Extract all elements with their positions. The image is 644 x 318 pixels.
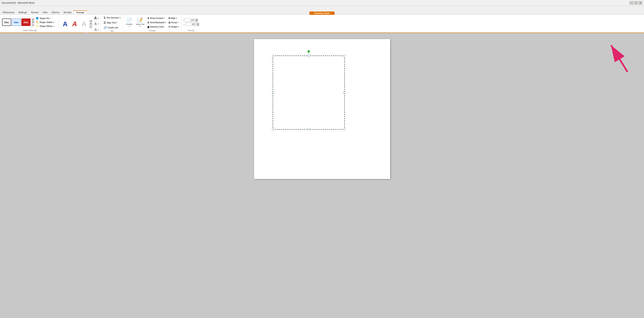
position-dropdown: ▾: [129, 25, 130, 27]
shape-style-1[interactable]: Abc: [2, 18, 11, 26]
size-label: Size ↘: [188, 29, 194, 32]
selection-pane-icon: ▣: [147, 25, 150, 28]
pink-arrow-svg: [594, 39, 632, 80]
link-icon: 🔗: [104, 26, 107, 29]
wordart-a-red[interactable]: A: [70, 19, 79, 29]
text-buttons: ⇅ Text Direction ▾ ☰ Align Text ▾ 🔗 Crea…: [102, 16, 122, 30]
width-spin-up[interactable]: ▲: [196, 23, 199, 24]
arrange-content: 📄 Position ▾ 📝 Wrap Text ▾ ⬆ Bring Forwa…: [125, 16, 180, 29]
text-effects-icon: A: [94, 27, 97, 32]
menu-view[interactable]: View: [40, 11, 50, 14]
selected-textbox[interactable]: [273, 55, 345, 130]
ribbon-group-text: ⇅ Text Direction ▾ ☰ Align Text ▾ 🔗 Crea…: [101, 15, 123, 32]
shape-styles-grid: Abc Abc Abc ▲ ▼ ≡: [2, 18, 34, 26]
bring-forward-icon: ⬆: [147, 17, 150, 20]
window-controls: − □ ✕: [630, 1, 642, 4]
pink-arrow-annotation: [594, 39, 632, 81]
width-icon: ↔: [183, 23, 185, 26]
menu-references[interactable]: References: [1, 11, 16, 14]
group-icon: ⊞: [168, 21, 171, 24]
shape-outline-button[interactable]: ✏️ Shape Outline ▾: [35, 20, 58, 24]
wordart-more[interactable]: ≡: [90, 26, 92, 28]
align-button[interactable]: ⧉ Align ▾: [167, 16, 180, 20]
align-text-button[interactable]: ☰ Align Text ▾: [102, 20, 122, 25]
handle-top-center[interactable]: [308, 55, 310, 57]
handle-bottom-right[interactable]: [343, 128, 346, 130]
height-spin-up[interactable]: ▲: [195, 18, 198, 20]
width-input[interactable]: [186, 23, 196, 26]
size-inputs: ↕ ▲ ▼ ↔ ▲ ▼: [183, 18, 199, 26]
create-link-button[interactable]: 🔗 Create Link: [102, 25, 122, 30]
height-icon: ↕: [183, 19, 184, 22]
menu-acrobat[interactable]: Acrobat: [62, 11, 73, 14]
shape-outline-dropdown-icon: ▾: [53, 21, 54, 23]
wrap-text-dropdown: ▾: [140, 26, 140, 27]
handle-top-right[interactable]: [343, 55, 346, 57]
group-dropdown: ▾: [178, 22, 178, 23]
width-spin-down[interactable]: ▼: [196, 24, 199, 26]
wordart-a-gray[interactable]: A: [80, 19, 88, 29]
document-area: [0, 33, 644, 318]
handle-bottom-left[interactable]: [272, 128, 274, 130]
menu-addins[interactable]: Add-Ins: [50, 11, 62, 14]
wrap-text-button[interactable]: 📝 Wrap Text ▾: [134, 17, 146, 28]
menu-mailings[interactable]: Mailings: [16, 11, 29, 14]
window-title: Document18 - Microsoft Word: [2, 1, 34, 4]
width-spinner: ▲ ▼: [196, 23, 199, 26]
send-backward-dropdown: ▾: [165, 22, 166, 23]
group-button[interactable]: ⊞ Group ▾: [167, 20, 180, 24]
text-direction-button[interactable]: ⇅ Text Direction ▾: [102, 16, 122, 20]
menu-review[interactable]: Review: [29, 11, 40, 14]
rotate-dropdown: ▾: [178, 26, 179, 28]
height-input-row: ↕ ▲ ▼: [183, 18, 199, 22]
size-expand[interactable]: ↘: [192, 29, 194, 32]
wordart-scroll-up[interactable]: ▲: [90, 20, 92, 22]
document-page: [254, 39, 390, 179]
height-input[interactable]: [184, 18, 195, 22]
rotate-button[interactable]: ↻ Rotate ▾: [167, 25, 180, 29]
minimize-button[interactable]: −: [630, 1, 633, 4]
text-outline-button[interactable]: A ▾: [93, 21, 99, 26]
bring-forward-button[interactable]: ⬆ Bring Forward ▾: [146, 16, 167, 20]
handle-middle-left[interactable]: [272, 92, 274, 94]
shape-styles-expand[interactable]: ↘: [34, 29, 37, 32]
wrap-text-icon: 📝: [137, 17, 143, 23]
wordart-a-blue[interactable]: A: [60, 19, 70, 29]
svg-line-1: [611, 45, 628, 72]
shape-styles-scroll-down[interactable]: ▼: [32, 21, 34, 23]
align-text-dropdown: ▾: [116, 22, 117, 24]
align-text-icon: ☰: [104, 21, 106, 24]
tab-format[interactable]: Format: [73, 10, 87, 14]
shape-style-3[interactable]: Abc: [22, 18, 30, 26]
shape-style-2[interactable]: Abc: [12, 18, 21, 26]
align-icon: ⧉: [168, 16, 170, 20]
text-outline-dropdown: ▾: [98, 23, 98, 25]
text-fill-button[interactable]: A ▾: [93, 16, 99, 21]
align-dropdown: ▾: [176, 17, 177, 19]
send-backward-button[interactable]: ⬇ Send Backward ▾: [146, 20, 167, 24]
selection-pane-button[interactable]: ▣ Selection Pane: [146, 25, 167, 29]
shape-options: 🪣 Shape Fill ▾ ✏️ Shape Outline ▾ ✨ Shap…: [35, 16, 58, 28]
shape-styles-scroll: ▲ ▼ ≡: [32, 18, 34, 26]
position-button[interactable]: 📄 Position ▾: [125, 17, 134, 28]
arrange-stack2: ⧉ Align ▾ ⊞ Group ▾ ↻ Rotate ▾: [167, 16, 180, 29]
paint-bucket-icon: 🪣: [36, 17, 39, 20]
shape-fill-button[interactable]: 🪣 Shape Fill ▾: [35, 16, 58, 20]
handle-bottom-center[interactable]: [308, 128, 310, 130]
height-spin-down[interactable]: ▼: [195, 20, 198, 22]
text-outline-icon: A: [94, 22, 97, 26]
shape-styles-more[interactable]: ≡: [32, 24, 34, 26]
shape-styles-scroll-up[interactable]: ▲: [32, 18, 34, 20]
text-effects-button[interactable]: A ▾: [93, 27, 99, 32]
handle-middle-right[interactable]: [343, 92, 346, 94]
shape-effects-button[interactable]: ✨ Shape Effects ▾: [35, 24, 58, 28]
close-button[interactable]: ✕: [639, 1, 642, 4]
effects-icon: ✨: [36, 25, 39, 27]
wordart-scroll-down[interactable]: ▼: [90, 23, 92, 25]
width-input-row: ↔ ▲ ▼: [183, 23, 199, 26]
text-direction-dropdown: ▾: [120, 17, 120, 19]
rotate-handle[interactable]: [308, 50, 310, 53]
maximize-button[interactable]: □: [634, 1, 638, 4]
handle-top-left[interactable]: [272, 55, 274, 57]
wordart-extra: A ▾ A ▾ A ▾: [93, 16, 99, 32]
